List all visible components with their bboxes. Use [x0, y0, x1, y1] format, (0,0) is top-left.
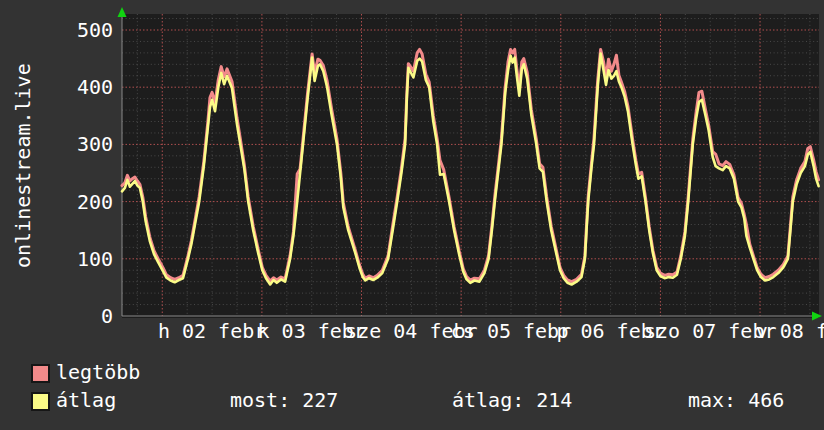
- plot-area: [122, 14, 819, 318]
- legend-swatch-atlag: [31, 392, 50, 411]
- y-axis-arrow-icon: [118, 7, 127, 17]
- legend-label-atlag: átlag: [56, 388, 116, 412]
- y-tick-label-100: 100: [0, 248, 113, 270]
- legend-swatch-legtobb: [31, 364, 50, 383]
- stat-most: most: 227: [230, 388, 338, 412]
- x-tick-label-5: cs 05 febr: [451, 319, 571, 343]
- y-tick-label-500: 500: [0, 19, 113, 41]
- stat-atlag: átlag: 214: [452, 388, 572, 412]
- y-tick-label-200: 200: [0, 191, 113, 213]
- watermark-vertical-label: onlinestream.live: [2, 14, 44, 318]
- y-tick-label-400: 400: [0, 76, 113, 98]
- x-tick-label-8: v 08 febr: [756, 319, 824, 343]
- x-tick-label-2: h 02 febr: [158, 319, 266, 343]
- y-tick-label-0: 0: [0, 305, 113, 327]
- stat-max: max: 466: [688, 388, 784, 412]
- legend-label-legtobb: legtöbb: [56, 360, 140, 384]
- y-tick-label-300: 300: [0, 133, 113, 155]
- rrd-graph: onlinestream.live 0100200300400500 h 02 …: [0, 0, 824, 430]
